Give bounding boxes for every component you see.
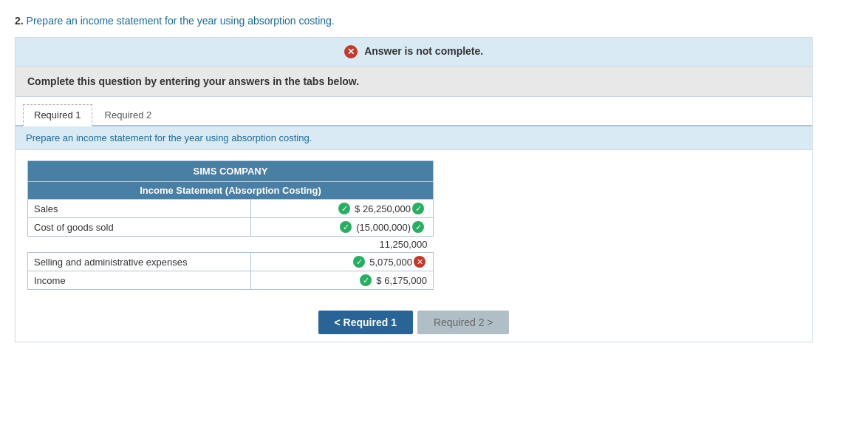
question-container: ✕ Answer is not complete. Complete this … bbox=[15, 37, 813, 342]
table-row: Income ✓ $ 6,175,000 bbox=[28, 271, 434, 290]
row-label-sga: Selling and administrative expenses bbox=[28, 253, 251, 271]
table-header-subtitle: Income Statement (Absorption Costing) bbox=[28, 182, 434, 200]
nav-buttons: < Required 1 Required 2 > bbox=[16, 300, 812, 342]
tab-required1[interactable]: Required 1 bbox=[23, 104, 92, 126]
check-icon-green: ✓ bbox=[338, 203, 350, 214]
row-label-cogs: Cost of goods sold bbox=[28, 218, 251, 237]
question-header: 2. Prepare an income statement for the y… bbox=[15, 15, 853, 27]
check-icon-green4: ✓ bbox=[412, 221, 424, 233]
check-icon-green5: ✓ bbox=[353, 256, 365, 268]
row-value-sga: ✓ 5,075,000 ✕ bbox=[250, 253, 433, 271]
question-number: 2. bbox=[15, 15, 24, 27]
row-value-sales: ✓ $ 26,250,000 ✓ bbox=[250, 200, 433, 218]
complete-instruction-text: Complete this question by entering your … bbox=[27, 75, 359, 87]
row-value-income: ✓ $ 6,175,000 bbox=[250, 271, 433, 290]
btn-required2[interactable]: Required 2 > bbox=[417, 311, 510, 334]
check-icon-green2: ✓ bbox=[412, 203, 424, 214]
check-icon-green6: ✓ bbox=[360, 274, 372, 286]
answer-status-banner: ✕ Answer is not complete. bbox=[16, 38, 812, 67]
table-header-company: SIMS COMPANY bbox=[28, 161, 434, 182]
table-row: Selling and administrative expenses ✓ 5,… bbox=[28, 253, 434, 271]
tabs-row: Required 1 Required 2 bbox=[16, 97, 812, 126]
company-name: SIMS COMPANY bbox=[28, 161, 434, 182]
x-icon: ✕ bbox=[344, 45, 358, 58]
question-text: Prepare an income statement for the year… bbox=[27, 15, 335, 27]
row-label-sales: Sales bbox=[28, 200, 251, 218]
tab-required1-label: Required 1 bbox=[34, 109, 81, 121]
table-row: Cost of goods sold ✓ (15,000,000) ✓ bbox=[28, 218, 434, 237]
table-area: SIMS COMPANY Income Statement (Absorptio… bbox=[16, 150, 812, 300]
tab-instruction-text: Prepare an income statement for the year… bbox=[26, 132, 312, 143]
tab-instruction: Prepare an income statement for the year… bbox=[16, 126, 812, 150]
check-icon-red: ✕ bbox=[414, 256, 426, 268]
check-icon-green3: ✓ bbox=[340, 221, 352, 233]
tab-required2[interactable]: Required 2 bbox=[94, 104, 163, 126]
answer-status-text: Answer is not complete. bbox=[364, 45, 483, 57]
income-table: SIMS COMPANY Income Statement (Absorptio… bbox=[27, 160, 434, 290]
row-label-subtotal bbox=[28, 237, 251, 253]
tab-required2-label: Required 2 bbox=[105, 109, 152, 121]
table-row-subtotal: 11,250,000 bbox=[28, 237, 434, 253]
statement-title: Income Statement (Absorption Costing) bbox=[28, 182, 434, 200]
btn-required1[interactable]: < Required 1 bbox=[318, 311, 413, 334]
row-label-income: Income bbox=[28, 271, 251, 290]
complete-instruction: Complete this question by entering your … bbox=[16, 67, 812, 97]
table-row: Sales ✓ $ 26,250,000 ✓ bbox=[28, 200, 434, 218]
row-value-cogs: ✓ (15,000,000) ✓ bbox=[250, 218, 433, 237]
row-value-subtotal: 11,250,000 bbox=[250, 237, 433, 253]
